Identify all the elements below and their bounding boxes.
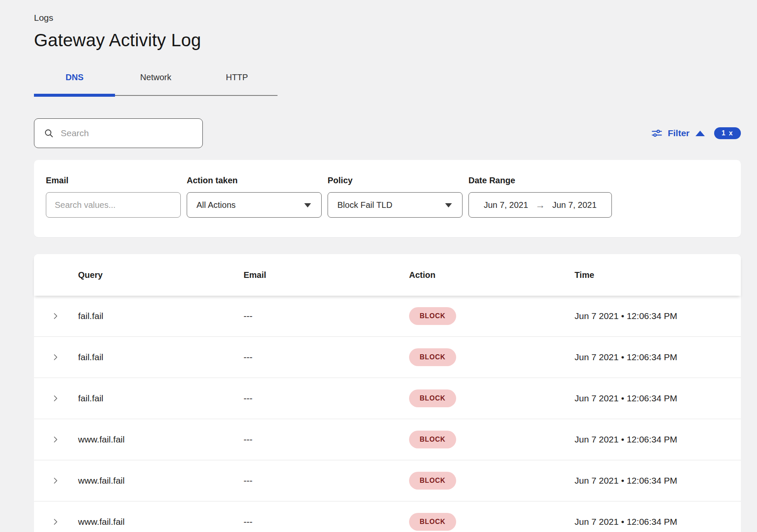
action-taken-select[interactable]: All Actions	[187, 192, 322, 218]
tab-underline-track	[34, 94, 278, 97]
action-taken-label: Action taken	[187, 176, 322, 185]
action-taken-value: All Actions	[196, 200, 236, 210]
breadcrumb: Logs	[34, 0, 741, 23]
tab-network[interactable]: Network	[115, 73, 196, 82]
tab-bar: DNS Network HTTP	[34, 73, 278, 97]
table-row: fail.fail --- BLOCK Jun 7 2021 • 12:06:3…	[34, 296, 741, 337]
search-icon	[44, 128, 54, 138]
filter-field-policy: Policy Block Fail TLD	[328, 176, 463, 237]
date-range-end: Jun 7, 2021	[552, 200, 597, 210]
date-range-start: Jun 7, 2021	[484, 200, 528, 210]
cell-time: Jun 7 2021 • 12:06:34 PM	[575, 476, 741, 486]
cell-time: Jun 7 2021 • 12:06:34 PM	[575, 517, 741, 527]
cell-time: Jun 7 2021 • 12:06:34 PM	[575, 393, 741, 403]
page-content: Logs Gateway Activity Log DNS Network HT…	[34, 0, 741, 532]
cell-query: fail.fail	[78, 393, 244, 403]
chevron-down-icon	[304, 203, 311, 207]
row-expand-button[interactable]	[50, 351, 61, 364]
row-expand-button[interactable]	[50, 433, 61, 446]
status-badge-block: BLOCK	[409, 307, 456, 325]
search-row: Filter 1 x	[34, 118, 741, 148]
cell-time: Jun 7 2021 • 12:06:34 PM	[575, 352, 741, 362]
cell-email: ---	[244, 311, 409, 321]
cell-query: fail.fail	[78, 311, 244, 321]
filter-label: Filter	[668, 128, 690, 138]
filter-field-date-range: Date Range Jun 7, 2021 → Jun 7, 2021	[468, 176, 612, 237]
row-expand-button[interactable]	[50, 310, 61, 322]
column-header-email: Email	[244, 270, 409, 280]
chevron-down-icon	[445, 203, 452, 207]
cell-email: ---	[244, 393, 409, 403]
row-expand-button[interactable]	[50, 474, 61, 487]
filter-sliders-icon	[651, 128, 662, 139]
date-range-label: Date Range	[468, 176, 612, 185]
status-badge-block: BLOCK	[409, 431, 456, 448]
arrow-right-icon: →	[536, 200, 545, 210]
filter-field-action: Action taken All Actions	[187, 176, 322, 237]
column-header-query: Query	[78, 270, 244, 280]
date-range-picker[interactable]: Jun 7, 2021 → Jun 7, 2021	[468, 192, 612, 218]
email-filter-box	[46, 192, 181, 218]
filter-panel: Email Action taken All Actions Policy Bl…	[34, 160, 741, 237]
email-filter-label: Email	[46, 176, 181, 185]
tab-http[interactable]: HTTP	[196, 73, 278, 82]
cell-email: ---	[244, 352, 409, 362]
chevron-up-icon	[695, 131, 705, 136]
filter-field-email: Email	[46, 176, 181, 237]
column-header-action: Action	[409, 270, 575, 280]
page-title: Gateway Activity Log	[34, 30, 741, 50]
cell-time: Jun 7 2021 • 12:06:34 PM	[575, 311, 741, 321]
row-expand-button[interactable]	[50, 392, 61, 405]
cell-query: fail.fail	[78, 352, 244, 362]
cell-email: ---	[244, 517, 409, 527]
cell-email: ---	[244, 476, 409, 486]
table-row: www.fail.fail --- BLOCK Jun 7 2021 • 12:…	[34, 501, 741, 532]
cell-email: ---	[244, 434, 409, 445]
status-badge-block: BLOCK	[409, 472, 456, 490]
policy-value: Block Fail TLD	[337, 200, 393, 210]
column-header-time: Time	[575, 270, 741, 280]
cell-query: www.fail.fail	[78, 434, 244, 445]
table-row: www.fail.fail --- BLOCK Jun 7 2021 • 12:…	[34, 419, 741, 460]
search-box[interactable]	[34, 118, 203, 148]
policy-label: Policy	[328, 176, 463, 185]
policy-select[interactable]: Block Fail TLD	[328, 192, 463, 218]
row-expand-button[interactable]	[50, 515, 61, 528]
email-filter-input[interactable]	[46, 193, 180, 217]
status-badge-block: BLOCK	[409, 348, 456, 366]
table-row: fail.fail --- BLOCK Jun 7 2021 • 12:06:3…	[34, 378, 741, 419]
activity-log-table: Query Email Action Time fail.fail --- BL…	[34, 254, 741, 532]
table-header-row: Query Email Action Time	[34, 254, 741, 296]
filter-toggle[interactable]: Filter 1 x	[651, 127, 741, 139]
filter-count-badge: 1 x	[714, 127, 741, 139]
search-input[interactable]	[61, 128, 202, 138]
tab-dns[interactable]: DNS	[34, 73, 115, 82]
cell-time: Jun 7 2021 • 12:06:34 PM	[575, 434, 741, 445]
active-tab-indicator	[34, 94, 115, 97]
table-row: fail.fail --- BLOCK Jun 7 2021 • 12:06:3…	[34, 337, 741, 378]
table-row: www.fail.fail --- BLOCK Jun 7 2021 • 12:…	[34, 460, 741, 501]
cell-query: www.fail.fail	[78, 517, 244, 527]
status-badge-block: BLOCK	[409, 513, 456, 531]
status-badge-block: BLOCK	[409, 389, 456, 407]
cell-query: www.fail.fail	[78, 476, 244, 486]
